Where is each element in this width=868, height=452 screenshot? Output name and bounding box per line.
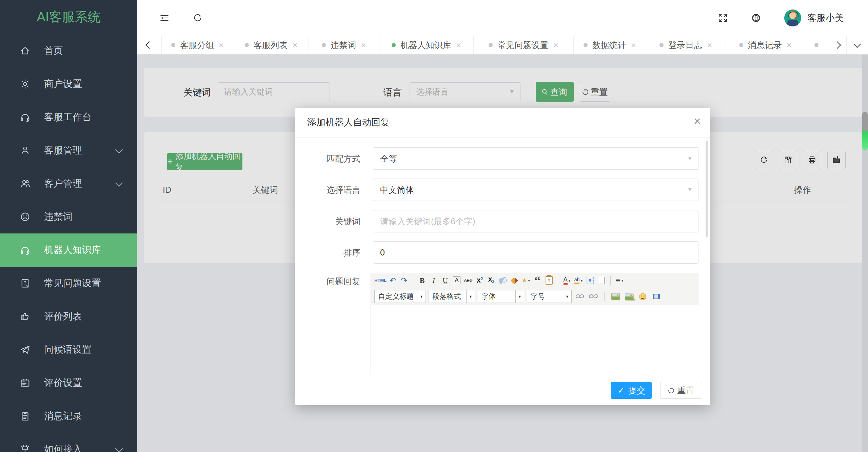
strikethrough-icon[interactable]: ABC (463, 275, 474, 286)
italic-icon[interactable]: I (428, 275, 439, 286)
close-icon[interactable]: × (219, 41, 224, 49)
sidebar-item-违禁词[interactable]: 违禁词 (0, 200, 137, 233)
app-title: AI客服系统 (0, 0, 137, 34)
sidebar-item-评价列表[interactable]: 评价列表 (0, 300, 137, 333)
highlight-color-icon: ab (574, 277, 580, 284)
tab-常见问题设置[interactable]: 常见问题设置× (474, 36, 574, 54)
modal-reset-button[interactable]: 重置 (660, 382, 702, 399)
add-robot-reply-modal: 添加机器人自动回复 × 匹配方式 全等 ▼ 选择语言 中文简体 ▼ 关键词 排序… (295, 108, 710, 405)
close-icon[interactable]: × (292, 41, 297, 49)
undo-icon[interactable]: ↶ (387, 275, 398, 286)
redo-icon[interactable]: ↷ (399, 275, 410, 286)
unlink-icon[interactable] (588, 291, 599, 302)
tab-status-dot (739, 43, 743, 47)
tab-机器人知识库[interactable]: 机器人知识库× (379, 36, 474, 54)
username[interactable]: 客服小美 (807, 0, 844, 36)
sidebar-item-客户管理[interactable]: 客户管理 (0, 167, 137, 200)
anchor-icon[interactable]: a (585, 275, 595, 286)
media-icon[interactable] (651, 291, 662, 302)
subscript-icon[interactable]: X2 (486, 275, 497, 286)
refresh-icon[interactable] (192, 13, 203, 23)
format-brush-icon (511, 276, 518, 284)
globe-icon[interactable] (751, 13, 762, 23)
close-icon[interactable]: × (707, 41, 712, 49)
sidebar-item-商户设置[interactable]: 商户设置 (0, 67, 137, 101)
close-icon[interactable]: × (631, 41, 636, 49)
batch-image-icon[interactable] (624, 291, 634, 302)
sidebar-item-客服工作台[interactable]: 客服工作台 (0, 101, 137, 134)
collapse-menu-icon[interactable] (159, 13, 170, 23)
editor-body[interactable] (371, 305, 699, 375)
tab-status-dot (659, 43, 664, 47)
bold-icon[interactable]: B (417, 275, 428, 286)
auto-typeset-icon[interactable]: ★▾ (520, 275, 531, 286)
remove-format-icon[interactable] (497, 275, 508, 286)
tab-客服列表[interactable]: 客服列表× (234, 36, 309, 54)
sidebar-item-常见问题设置[interactable]: ?常见问题设置 (0, 267, 137, 300)
tab-scroll-left[interactable] (137, 36, 162, 54)
editor-select-段落格式[interactable]: 段落格式▼ (429, 290, 475, 303)
match-mode-value: 全等 (380, 154, 397, 163)
emoji-icon[interactable] (637, 291, 648, 302)
sidebar-item-评价设置[interactable]: 评价设置 (0, 366, 137, 399)
blockquote-icon[interactable]: “ (532, 275, 543, 286)
tab-客服分组[interactable]: 客服分组× (162, 36, 234, 54)
language-label: 选择语言 (295, 179, 360, 201)
html-source-icon[interactable]: HTML (374, 275, 387, 286)
sidebar-item-首页[interactable]: 首页 (0, 34, 137, 67)
close-icon[interactable]: × (456, 41, 461, 49)
sort-input[interactable] (373, 241, 698, 264)
editor-select-自定义标题[interactable]: 自定义标题▼ (374, 290, 426, 303)
tab-scroll-right[interactable] (828, 36, 846, 54)
sidebar-item-消息记录[interactable]: 消息记录 (0, 399, 137, 433)
sidebar-item-label: 常见问题设置 (44, 277, 101, 290)
editor-select-字号[interactable]: 字号▼ (527, 290, 572, 303)
format-brush-icon[interactable] (509, 275, 520, 286)
sidebar-menu: 首页商户设置客服工作台客服管理客户管理违禁词机器人知识库?常见问题设置评价列表问… (0, 34, 137, 452)
page-scrollbar[interactable] (862, 54, 868, 452)
avatar[interactable] (784, 9, 801, 26)
sidebar-item-如何接入[interactable]: 如何接入 (0, 433, 137, 452)
tab-menu-dropdown[interactable] (846, 36, 868, 54)
sidebar-item-问候语设置[interactable]: 问候语设置 (0, 333, 137, 366)
modal-scrollbar-thumb[interactable] (706, 141, 708, 237)
tab-label: 常见问题设置 (497, 40, 548, 51)
superscript-icon[interactable]: X2 (474, 275, 485, 286)
sidebar-item-label: 如何接入 (44, 443, 82, 452)
link-icon[interactable] (574, 291, 585, 302)
line-height-icon[interactable]: ≡▾ (614, 275, 625, 286)
sidebar-item-机器人知识库[interactable]: 机器人知识库 (0, 233, 137, 267)
close-icon[interactable]: × (787, 41, 792, 49)
editor-toolbar-row2: 自定义标题▼段落格式▼字体▼字号▼ (371, 288, 699, 305)
tab-消息记录[interactable]: 消息记录× (726, 36, 805, 54)
tab-违禁词[interactable]: 违禁词× (309, 36, 379, 54)
editor-select-字体[interactable]: 字体▼ (478, 290, 524, 303)
plug-icon (19, 443, 31, 452)
close-icon[interactable]: × (694, 115, 701, 127)
keyword-input[interactable] (373, 210, 698, 232)
sidebar-item-客服管理[interactable]: 客服管理 (0, 134, 137, 167)
toolbar-separator (558, 276, 558, 285)
font-color-icon[interactable]: A▾ (561, 275, 572, 286)
image-icon[interactable] (610, 291, 621, 302)
chevron-down-icon: ▾ (528, 278, 530, 283)
match-mode-select[interactable]: 全等 ▼ (373, 147, 698, 170)
highlight-color-icon[interactable]: ab▾ (573, 275, 584, 286)
font-style-box-icon[interactable]: A (451, 275, 462, 286)
page-scrollbar-thumb[interactable] (862, 112, 868, 150)
submit-button[interactable]: ✓ 提交 (611, 382, 652, 399)
tab-partial[interactable] (805, 36, 828, 54)
tab-登录日志[interactable]: 登录日志× (646, 36, 726, 54)
tabs: 客服分组×客服列表×违禁词×机器人知识库×常见问题设置×数据统计×登录日志×消息… (162, 36, 828, 54)
svg-text:?: ? (24, 280, 26, 286)
new-doc-icon[interactable] (596, 275, 607, 286)
language-select[interactable]: 中文简体 ▼ (373, 179, 698, 201)
close-icon[interactable]: × (361, 41, 366, 49)
fullscreen-icon[interactable] (717, 13, 728, 23)
close-icon[interactable]: × (553, 41, 558, 49)
tab-数据统计[interactable]: 数据统计× (574, 36, 646, 54)
link-icon (576, 294, 584, 299)
paste-as-text-icon[interactable]: T (544, 275, 554, 286)
chevron-down-icon (115, 445, 123, 452)
underline-icon[interactable]: U (440, 275, 451, 286)
